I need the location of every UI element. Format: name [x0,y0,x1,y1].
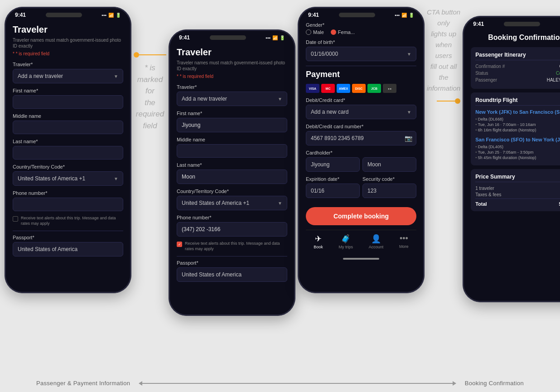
cardholder-first-input[interactable]: Jiyoung [306,157,360,172]
dob-input-3[interactable]: 01/16/0000 ▼ [306,47,416,61]
nav-book[interactable]: ✈ Book [314,234,323,249]
callout-line-1 [139,54,166,55]
home-indicator-3 [343,258,379,260]
status-bar-2: 9:41 ▪▪▪ 📶 🔋 [170,31,294,43]
battery-icon-2: 🔋 [280,35,285,40]
passenger-key: Passenger [475,77,497,82]
checkbox-2[interactable] [177,242,182,247]
flight1-detail1: Delta (DL668) [475,117,560,121]
status-key: Status [475,71,488,76]
expiry-input[interactable]: 01/16 [306,184,360,198]
arrow-right [453,381,456,386]
bottom-arrow [139,383,455,384]
last-name-label-1: Last name* [13,139,123,144]
cardholder-last-input[interactable]: Moon [362,157,416,172]
itinerary-title: Passenger Itinerary [475,52,560,60]
phone-input-1[interactable] [13,198,123,211]
gender-row-3: Male Fema... [306,29,416,35]
country-dropdown-1[interactable]: United States of America +1 ▼ [13,171,123,186]
roundtrip-section: Roundtrip Flight New York (JFK) to San F… [471,92,560,165]
phones-row: 9:41 ▪▪▪ 📶 🔋 Traveler Traveler names mus… [0,0,560,343]
bottom-bar: Passenger & Payment Information Booking … [0,380,560,387]
checkbox-row-1: Receive text alerts about this trip. Mes… [13,216,123,226]
flight1-detail2: Tue, Jun 16 · 7:00am - 10:16am [475,122,560,127]
phone-label-1: Phone number* [13,190,123,196]
card-number-input[interactable]: 4567 8910 2345 6789 📷 [306,131,416,145]
price1-row: 1 traveler $562.00 [475,186,560,191]
notch-3 [339,13,375,17]
cta-dot [455,98,460,104]
status-bar-4: 9:41 ▪▪▪ 📶 🔋 [464,17,560,29]
gender-male-option[interactable]: Male [306,29,324,35]
card-dropdown[interactable]: Add a new card ▼ [306,105,416,119]
traveler-dropdown-2[interactable]: Add a new traveler ▼ [177,92,287,106]
other-card-icon: ●● [383,84,396,93]
booking-confirmation-title: Booking Confirmation [471,34,560,42]
first-name-input-2[interactable]: Jiyoung [177,118,287,132]
passport-label-2: Passport* [177,260,287,266]
bottom-label-right: Booking Confirmation [465,380,524,387]
checkbox-row-2: Receive text alerts about this trip. Mes… [177,241,287,252]
traveler-dropdown-1[interactable]: Add a new traveler ▼ [13,69,123,83]
phone-input-2[interactable]: (347) 202 -3166 [177,222,287,237]
complete-booking-btn[interactable]: Complete booking [306,207,416,225]
divider-3 [306,66,416,66]
traveler-label-2: Traveler* [177,84,287,90]
last-name-input-1[interactable] [13,146,123,160]
confirmation-key: Confirmation # [475,64,505,69]
first-name-label-2: First name* [177,111,287,116]
phone2: 9:41 ▪▪▪ 📶 🔋 Traveler Traveler names mus… [169,29,295,316]
passport-label-1: Passport* [13,235,123,240]
battery-icon-3: 🔋 [409,13,414,18]
passport-dropdown-2[interactable]: United States of America [177,267,287,282]
radio-female[interactable] [331,29,336,35]
nav-more[interactable]: ••• More [399,234,409,249]
amex-icon: AMEX [337,84,350,93]
battery-icon-1: 🔋 [116,13,121,18]
country-label-1: Country/Territory Code* [13,164,123,169]
status-icons-3: ▪▪▪ 📶 🔋 [395,13,414,18]
card-number-label: Debit/Credit card number* [306,124,416,129]
card-label: Debit/Credit card* [306,97,416,103]
phone1: 9:41 ▪▪▪ 📶 🔋 Traveler Traveler names mus… [5,7,131,293]
phone2-subtitle: Traveler names must match government-iss… [177,60,287,72]
phone3: 9:41 ▪▪▪ 📶 🔋 Gender* Male [298,7,425,293]
passport-dropdown-1[interactable]: United States of America [13,242,123,256]
card-arrow: ▼ [407,110,411,115]
status-time-4: 9:41 [473,21,484,27]
first-name-input-1[interactable] [13,95,123,109]
price-section: Price Summary 1 traveler $562.00 Taxes &… [471,169,560,211]
account-icon: 👤 [371,234,381,244]
status-time-1: 9:41 [15,12,26,18]
middle-name-input-1[interactable] [13,121,123,134]
flight2-detail3: 5h 45m flight duration (Nonstop) [475,155,560,160]
gender-female-label: Fema... [338,29,355,35]
bottom-nav-3: ✈ Book 🧳 My trips 👤 Account ••• [306,230,416,256]
divider-1 [13,231,123,231]
country-arrow-1: ▼ [114,176,118,181]
checkbox-1[interactable] [13,216,18,222]
phone3-content: Gender* Male Fema... Date of birth* [299,20,423,292]
security-input[interactable]: 123 [362,184,416,198]
nav-trips[interactable]: 🧳 My trips [339,234,353,249]
gender-label-3: Gender* [306,22,416,28]
phone1-content: Traveler Traveler names must match gover… [6,20,130,292]
radio-male[interactable] [306,29,311,35]
nav-account[interactable]: 👤 Account [369,234,384,249]
status-bar-1: 9:41 ▪▪▪ 📶 🔋 [6,8,130,20]
gender-female-option[interactable]: Fema... [331,29,355,35]
trips-icon: 🧳 [341,234,351,244]
arrow-left [139,381,142,386]
last-name-input-2[interactable]: Moon [177,169,287,184]
status-icons-2: ▪▪▪ 📶 🔋 [266,35,285,40]
price-title: Price Summary [475,174,560,182]
phone2-required: * * is required field [177,74,287,79]
flight2-detail2: Tue, Jun 25 · 7:05am - 3:50pm [475,150,560,155]
middle-name-input-2[interactable] [177,144,287,158]
dropdown-arrow-2: ▼ [278,97,282,102]
signal-icon-1: ▪▪▪ [101,13,106,18]
trips-label: My trips [339,245,353,249]
phone2-content: Traveler Traveler names must match gover… [170,43,294,315]
cardholder-label: Cardholder* [306,150,416,155]
country-dropdown-2[interactable]: United States of America +1 ▼ [177,196,287,210]
